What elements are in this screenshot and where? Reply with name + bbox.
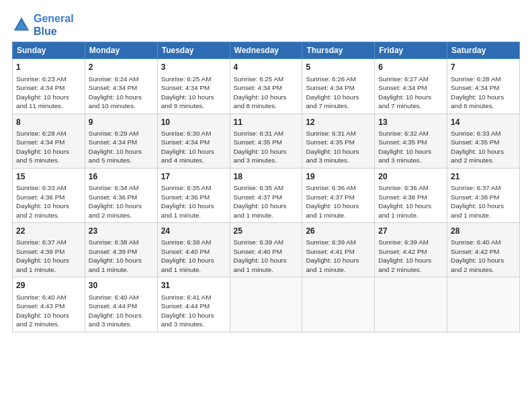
day-cell-13: 13Sunrise: 6:32 AM Sunset: 4:35 PM Dayli… [375,113,447,168]
day-cell-18: 18Sunrise: 6:35 AM Sunset: 4:37 PM Dayli… [230,168,302,222]
day-cell-29: 29Sunrise: 6:40 AM Sunset: 4:43 PM Dayli… [13,277,85,332]
day-cell-27: 27Sunrise: 6:39 AM Sunset: 4:42 PM Dayli… [375,223,447,277]
day-info: Sunrise: 6:31 AM Sunset: 4:35 PM Dayligh… [234,129,299,165]
col-header-monday: Monday [85,42,157,59]
day-info: Sunrise: 6:25 AM Sunset: 4:34 PM Dayligh… [234,75,299,111]
day-cell-5: 5Sunrise: 6:26 AM Sunset: 4:34 PM Daylig… [302,59,375,113]
day-info: Sunrise: 6:28 AM Sunset: 4:34 PM Dayligh… [16,129,81,165]
calendar-week-1: 1Sunrise: 6:23 AM Sunset: 4:34 PM Daylig… [13,59,520,113]
day-number: 8 [16,117,81,128]
day-number: 20 [378,171,443,182]
calendar-table: SundayMondayTuesdayWednesdayThursdayFrid… [12,42,520,332]
day-info: Sunrise: 6:39 AM Sunset: 4:41 PM Dayligh… [306,238,371,274]
day-number: 28 [451,226,516,236]
day-info: Sunrise: 6:23 AM Sunset: 4:34 PM Dayligh… [16,75,81,111]
day-info: Sunrise: 6:27 AM Sunset: 4:34 PM Dayligh… [378,75,443,111]
day-cell-1: 1Sunrise: 6:23 AM Sunset: 4:34 PM Daylig… [13,59,85,113]
day-number: 9 [89,117,154,128]
logo: General Blue [12,12,74,38]
day-number: 29 [16,280,81,291]
day-cell-28: 28Sunrise: 6:40 AM Sunset: 4:42 PM Dayli… [447,223,520,277]
day-info: Sunrise: 6:40 AM Sunset: 4:44 PM Dayligh… [89,293,154,329]
day-number: 26 [306,226,371,236]
day-number: 18 [234,171,299,182]
day-number: 3 [161,62,226,73]
col-header-thursday: Thursday [302,42,375,59]
day-info: Sunrise: 6:38 AM Sunset: 4:40 PM Dayligh… [161,238,226,274]
day-number: 11 [234,117,299,128]
day-cell-11: 11Sunrise: 6:31 AM Sunset: 4:35 PM Dayli… [230,113,302,168]
day-info: Sunrise: 6:41 AM Sunset: 4:44 PM Dayligh… [161,293,226,329]
day-number: 31 [161,280,226,291]
col-header-tuesday: Tuesday [157,42,230,59]
empty-cell [230,277,302,332]
day-number: 15 [16,171,81,182]
day-info: Sunrise: 6:36 AM Sunset: 4:37 PM Dayligh… [306,183,371,220]
day-cell-10: 10Sunrise: 6:30 AM Sunset: 4:34 PM Dayli… [157,113,230,168]
day-info: Sunrise: 6:30 AM Sunset: 4:34 PM Dayligh… [161,129,226,165]
day-number: 14 [451,117,516,128]
day-info: Sunrise: 6:34 AM Sunset: 4:36 PM Dayligh… [89,183,154,220]
day-cell-20: 20Sunrise: 6:36 AM Sunset: 4:38 PM Dayli… [375,168,447,222]
header: General Blue [12,12,520,38]
day-info: Sunrise: 6:35 AM Sunset: 4:37 PM Dayligh… [234,183,299,220]
day-info: Sunrise: 6:39 AM Sunset: 4:40 PM Dayligh… [234,238,299,274]
col-header-sunday: Sunday [13,42,85,59]
day-number: 4 [234,62,299,73]
col-header-wednesday: Wednesday [230,42,302,59]
day-cell-21: 21Sunrise: 6:37 AM Sunset: 4:38 PM Dayli… [447,168,520,222]
day-info: Sunrise: 6:26 AM Sunset: 4:34 PM Dayligh… [306,75,371,111]
day-number: 23 [89,226,154,236]
day-number: 6 [378,62,443,73]
col-header-saturday: Saturday [447,42,520,59]
day-number: 19 [306,171,371,182]
day-cell-9: 9Sunrise: 6:29 AM Sunset: 4:34 PM Daylig… [85,113,157,168]
day-cell-14: 14Sunrise: 6:33 AM Sunset: 4:35 PM Dayli… [447,113,520,168]
day-info: Sunrise: 6:38 AM Sunset: 4:39 PM Dayligh… [89,238,154,274]
day-number: 17 [161,171,226,182]
day-info: Sunrise: 6:32 AM Sunset: 4:35 PM Dayligh… [378,129,443,165]
day-info: Sunrise: 6:25 AM Sunset: 4:34 PM Dayligh… [161,75,226,111]
col-header-friday: Friday [375,42,447,59]
day-number: 7 [451,62,516,73]
day-info: Sunrise: 6:31 AM Sunset: 4:35 PM Dayligh… [306,129,371,165]
day-cell-3: 3Sunrise: 6:25 AM Sunset: 4:34 PM Daylig… [157,59,230,113]
day-number: 5 [306,62,371,73]
day-number: 2 [89,62,154,73]
day-number: 12 [306,117,371,128]
day-cell-12: 12Sunrise: 6:31 AM Sunset: 4:35 PM Dayli… [302,113,375,168]
empty-cell [447,277,520,332]
day-number: 1 [16,62,81,73]
day-info: Sunrise: 6:24 AM Sunset: 4:34 PM Dayligh… [89,75,154,111]
day-cell-15: 15Sunrise: 6:33 AM Sunset: 4:36 PM Dayli… [13,168,85,222]
empty-cell [302,277,375,332]
calendar-week-2: 8Sunrise: 6:28 AM Sunset: 4:34 PM Daylig… [13,113,520,168]
day-info: Sunrise: 6:33 AM Sunset: 4:36 PM Dayligh… [16,183,81,220]
day-info: Sunrise: 6:36 AM Sunset: 4:38 PM Dayligh… [378,183,443,220]
day-number: 25 [234,226,299,236]
day-cell-4: 4Sunrise: 6:25 AM Sunset: 4:34 PM Daylig… [230,59,302,113]
day-cell-24: 24Sunrise: 6:38 AM Sunset: 4:40 PM Dayli… [157,223,230,277]
day-cell-30: 30Sunrise: 6:40 AM Sunset: 4:44 PM Dayli… [85,277,157,332]
day-cell-23: 23Sunrise: 6:38 AM Sunset: 4:39 PM Dayli… [85,223,157,277]
day-number: 16 [89,171,154,182]
day-number: 21 [451,171,516,182]
calendar-week-3: 15Sunrise: 6:33 AM Sunset: 4:36 PM Dayli… [13,168,520,222]
day-number: 13 [378,117,443,128]
day-number: 30 [89,280,154,291]
day-number: 10 [161,117,226,128]
day-number: 22 [16,226,81,236]
day-cell-26: 26Sunrise: 6:39 AM Sunset: 4:41 PM Dayli… [302,223,375,277]
day-info: Sunrise: 6:37 AM Sunset: 4:39 PM Dayligh… [16,238,81,274]
day-info: Sunrise: 6:35 AM Sunset: 4:36 PM Dayligh… [161,183,226,220]
day-cell-16: 16Sunrise: 6:34 AM Sunset: 4:36 PM Dayli… [85,168,157,222]
day-info: Sunrise: 6:33 AM Sunset: 4:35 PM Dayligh… [451,129,516,165]
logo-text: General Blue [34,12,74,38]
day-info: Sunrise: 6:40 AM Sunset: 4:42 PM Dayligh… [451,238,516,274]
day-cell-2: 2Sunrise: 6:24 AM Sunset: 4:34 PM Daylig… [85,59,157,113]
day-info: Sunrise: 6:39 AM Sunset: 4:42 PM Dayligh… [378,238,443,274]
logo-icon [12,15,31,34]
day-number: 24 [161,226,226,236]
day-cell-17: 17Sunrise: 6:35 AM Sunset: 4:36 PM Dayli… [157,168,230,222]
day-cell-25: 25Sunrise: 6:39 AM Sunset: 4:40 PM Dayli… [230,223,302,277]
